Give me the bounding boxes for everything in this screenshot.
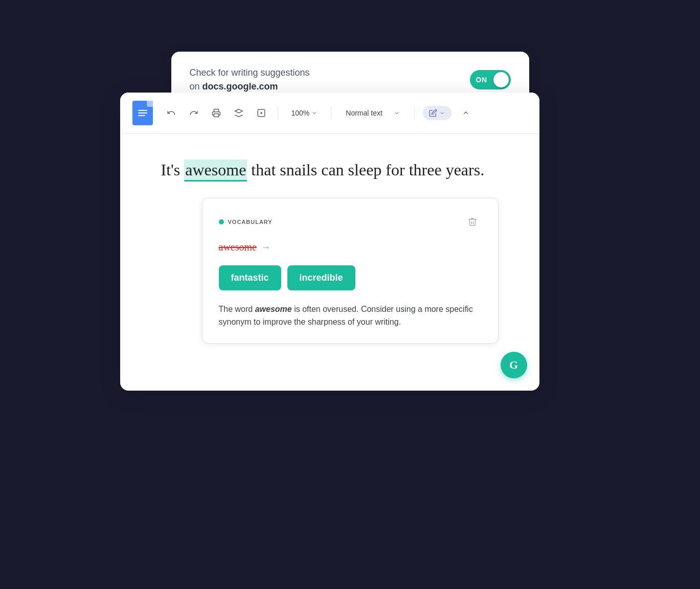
toolbar-divider-1 (278, 107, 278, 119)
print-button[interactable] (208, 105, 224, 121)
banner-line1: Check for writing suggestions (190, 67, 310, 78)
text-style-value: Normal text (346, 109, 382, 117)
suggestion-header: VOCABULARY (219, 213, 482, 231)
category-label-text: VOCABULARY (228, 219, 273, 225)
category-dot (219, 219, 224, 224)
redo-button[interactable] (186, 105, 202, 121)
toolbar-divider-3 (414, 107, 415, 119)
suggestion-description: The word awesome is often overused. Cons… (219, 303, 482, 329)
desc-before: The word (219, 305, 255, 313)
edit-mode-button[interactable] (423, 106, 451, 120)
main-sentence: It's awesome that snails can sleep for t… (161, 158, 499, 182)
grammarly-fab[interactable]: G (501, 352, 527, 378)
toolbar: 100% Normal text (120, 93, 539, 134)
style-chevron-icon (394, 110, 400, 116)
edit-chevron-icon (439, 110, 445, 116)
chevron-up-icon (462, 109, 470, 117)
toggle-container[interactable]: ON (470, 70, 511, 89)
svg-rect-1 (138, 112, 147, 114)
document-content: It's awesome that snails can sleep for t… (120, 134, 539, 360)
docs-logo (132, 101, 153, 125)
toggle-knob (493, 72, 509, 87)
pencil-icon (429, 109, 437, 117)
trash-icon (467, 217, 478, 227)
word-replacement-row: awesome → (219, 241, 482, 253)
incredible-button[interactable]: incredible (287, 265, 355, 290)
fantastic-button[interactable]: fantastic (219, 265, 281, 290)
svg-rect-2 (138, 115, 145, 116)
insert-button[interactable] (253, 105, 269, 121)
suggestion-card: VOCABULARY awesome → (202, 198, 499, 344)
collapse-toolbar-button[interactable] (458, 105, 474, 121)
desc-word: awesome (255, 305, 292, 313)
original-word: awesome (219, 241, 257, 253)
zoom-value: 100% (291, 109, 310, 117)
zoom-chevron-icon (311, 110, 318, 116)
toolbar-divider-2 (331, 107, 331, 119)
grammarly-toggle[interactable]: ON (470, 70, 511, 89)
text-style-dropdown[interactable]: Normal text (340, 106, 406, 120)
arrow-icon: → (261, 241, 271, 253)
grammarly-fab-label: G (509, 358, 518, 372)
banner-domain: docs.google.com (202, 81, 278, 92)
suggestion-buttons: fantastic incredible (219, 265, 482, 290)
highlighted-word: awesome (184, 160, 247, 182)
banner-text: Check for writing suggestions on docs.go… (190, 66, 310, 94)
sentence-prefix: It's (161, 161, 185, 179)
svg-rect-3 (214, 114, 218, 117)
paint-format-button[interactable] (231, 105, 247, 121)
svg-rect-0 (138, 110, 147, 111)
dismiss-suggestion-button[interactable] (463, 213, 482, 231)
zoom-dropdown[interactable]: 100% (286, 107, 323, 119)
undo-button[interactable] (163, 105, 179, 121)
banner-line2-prefix: on (190, 81, 202, 92)
suggestion-category: VOCABULARY (219, 219, 273, 225)
document-card: 100% Normal text (120, 93, 539, 391)
sentence-suffix: that snails can sleep for three years. (247, 161, 484, 179)
toggle-label: ON (476, 76, 487, 84)
